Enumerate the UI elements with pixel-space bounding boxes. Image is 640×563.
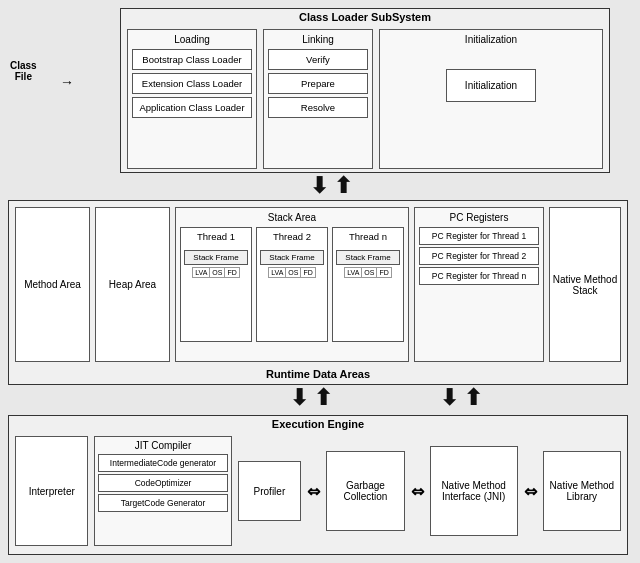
thread-n-lva-row: LVA OS FD — [344, 267, 392, 278]
stack-area-title: Stack Area — [180, 212, 404, 223]
jit-compiler-title: JIT Compiler — [98, 440, 227, 451]
t1-lva: LVA — [193, 268, 210, 277]
bootstrap-loader: Bootstrap Class Loader — [132, 49, 252, 70]
initialization-section: Initialization Initialization — [379, 29, 603, 169]
jit-compiler: JIT Compiler IntermediateCode generator … — [94, 436, 231, 546]
t1-os: OS — [210, 268, 225, 277]
gc-arrow-left: ⇔ — [307, 482, 320, 501]
thread-2: Thread 2 Stack Frame LVA OS FD — [256, 227, 328, 342]
thread-1-title: Thread 1 — [197, 231, 235, 242]
tn-fd: FD — [377, 268, 390, 277]
loading-title: Loading — [132, 34, 252, 45]
thread-2-stack-frame: Stack Frame — [260, 250, 324, 265]
execution-title: Execution Engine — [9, 416, 627, 432]
nml-arrow-left: ⇔ — [524, 482, 537, 501]
arrow-up-1: ⬆ — [334, 173, 352, 199]
class-loader-title: Class Loader SubSystem — [121, 9, 609, 25]
runtime-to-exec-arrows-right: ⬇ ⬆ — [440, 385, 482, 411]
arrow-down-1: ⬇ — [310, 173, 328, 199]
thread-1-stack-frame: Stack Frame — [184, 250, 248, 265]
target-code-gen: TargetCode Generator — [98, 494, 227, 512]
pc-registers: PC Registers PC Register for Thread 1 PC… — [414, 207, 544, 362]
profiler: Profiler — [238, 461, 302, 521]
cl-to-runtime-arrows: ⬇ ⬆ — [310, 173, 352, 199]
application-loader: Application Class Loader — [132, 97, 252, 118]
tn-os: OS — [362, 268, 377, 277]
intermediate-code-gen: IntermediateCode generator — [98, 454, 227, 472]
pc-registers-title: PC Registers — [419, 212, 539, 223]
thread-2-lva-row: LVA OS FD — [268, 267, 316, 278]
stack-area: Stack Area Thread 1 Stack Frame LVA OS F… — [175, 207, 409, 362]
thread-1: Thread 1 Stack Frame LVA OS FD — [180, 227, 252, 342]
native-method-stack: Native Method Stack — [549, 207, 621, 362]
heap-area: Heap Area — [95, 207, 170, 362]
runtime-to-exec-arrows-left: ⬇ ⬆ — [290, 385, 332, 411]
linking-section: Linking Verify Prepare Resolve — [263, 29, 373, 169]
initialization-box: Initialization — [446, 69, 536, 102]
loading-section: Loading Bootstrap Class Loader Extension… — [127, 29, 257, 169]
interpreter: Interpreter — [15, 436, 88, 546]
class-file-arrow: → — [60, 74, 74, 90]
resolve-box: Resolve — [268, 97, 368, 118]
prepare-box: Prepare — [268, 73, 368, 94]
runtime-title: Runtime Data Areas — [9, 368, 627, 380]
nmi-arrow-left: ⇔ — [411, 482, 424, 501]
arrow-up-3: ⬆ — [464, 385, 482, 411]
pc-thread-n: PC Register for Thread n — [419, 267, 539, 285]
pc-thread-1: PC Register for Thread 1 — [419, 227, 539, 245]
method-area: Method Area — [15, 207, 90, 362]
diagram-container: Class File → Class Loader SubSystem Load… — [0, 0, 640, 563]
verify-box: Verify — [268, 49, 368, 70]
class-loader-subsystem: Class Loader SubSystem Loading Bootstrap… — [120, 8, 610, 173]
thread-n-stack-frame: Stack Frame — [336, 250, 400, 265]
arrow-up-2: ⬆ — [314, 385, 332, 411]
tn-lva: LVA — [345, 268, 362, 277]
t2-fd: FD — [301, 268, 314, 277]
thread-1-lva-row: LVA OS FD — [192, 267, 240, 278]
garbage-collection: Garbage Collection — [326, 451, 404, 531]
extension-loader: Extension Class Loader — [132, 73, 252, 94]
thread-n-title: Thread n — [349, 231, 387, 242]
initialization-title: Initialization — [465, 34, 517, 45]
thread-n: Thread n Stack Frame LVA OS FD — [332, 227, 404, 342]
runtime-data-areas: Method Area Heap Area Stack Area Thread … — [8, 200, 628, 385]
arrow-down-2: ⬇ — [290, 385, 308, 411]
t1-fd: FD — [225, 268, 238, 277]
linking-title: Linking — [268, 34, 368, 45]
code-optimizer: CodeOptimizer — [98, 474, 227, 492]
class-file-label: Class File — [10, 60, 37, 82]
pc-thread-2: PC Register for Thread 2 — [419, 247, 539, 265]
native-method-library: Native Method Library — [543, 451, 621, 531]
t2-os: OS — [286, 268, 301, 277]
thread-2-title: Thread 2 — [273, 231, 311, 242]
execution-engine: Execution Engine Interpreter JIT Compile… — [8, 415, 628, 555]
native-method-interface: Native Method Interface (JNI) — [430, 446, 518, 536]
arrow-down-3: ⬇ — [440, 385, 458, 411]
t2-lva: LVA — [269, 268, 286, 277]
